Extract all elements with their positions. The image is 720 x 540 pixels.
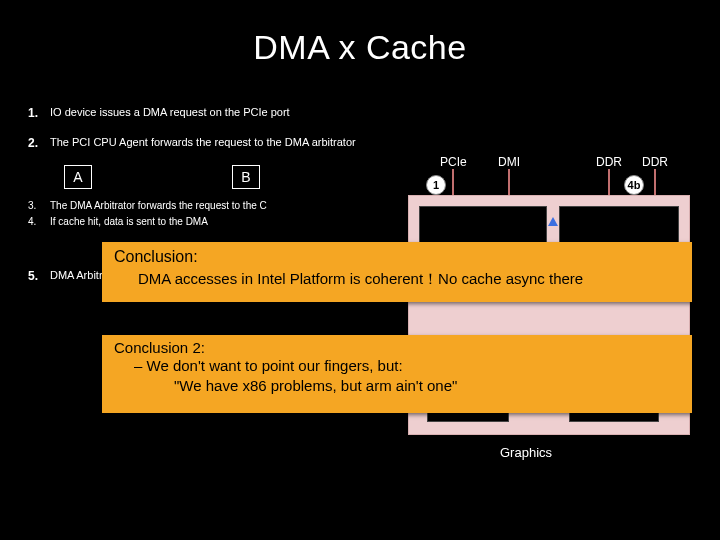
step-4: 4. If cache hit, data is sent to the DMA xyxy=(28,215,408,228)
port-label-dmi: DMI xyxy=(498,155,520,169)
step-number: 5. xyxy=(28,268,50,284)
step-number: 4. xyxy=(28,215,50,228)
port-label-ddr: DDR xyxy=(596,155,622,169)
step-text: The PCI CPU Agent forwards the request t… xyxy=(50,135,408,151)
step-number: 1. xyxy=(28,105,50,121)
port-label-ddr: DDR xyxy=(642,155,668,169)
step-1: 1. IO device issues a DMA request on the… xyxy=(28,105,408,121)
option-row: A B xyxy=(64,165,408,189)
badge-step-1: 1 xyxy=(426,175,446,195)
substeps: 3. The DMA Arbitrator forwards the reque… xyxy=(28,199,408,228)
badge-step-4b: 4b xyxy=(624,175,644,195)
port-label-pcie: PCIe xyxy=(440,155,467,169)
overlay-line: – We don't want to point our fingers, bu… xyxy=(114,356,680,376)
slide-title: DMA x Cache xyxy=(0,0,720,67)
step-number: 2. xyxy=(28,135,50,151)
step-2: 2. The PCI CPU Agent forwards the reques… xyxy=(28,135,408,151)
overlay-heading: Conclusion 2: xyxy=(114,339,680,356)
graphics-label: Graphics xyxy=(500,445,552,460)
step-text: IO device issues a DMA request on the PC… xyxy=(50,105,408,121)
step-text: The DMA Arbitrator forwards the request … xyxy=(50,199,408,212)
option-b-box: B xyxy=(232,165,260,189)
option-a-box: A xyxy=(64,165,92,189)
conclusion-overlay-2: Conclusion 2: – We don't want to point o… xyxy=(102,335,692,413)
step-text: If cache hit, data is sent to the DMA xyxy=(50,215,408,228)
overlay-heading: Conclusion: xyxy=(114,248,680,266)
step-number: 3. xyxy=(28,199,50,212)
conclusion-overlay-1: Conclusion: DMA accesses in Intel Platfo… xyxy=(102,242,692,302)
arrow-up-icon xyxy=(548,217,558,226)
overlay-line: "We have x86 problems, but arm ain't one… xyxy=(114,376,680,396)
architecture-diagram: PCIe DMI DDR DDR 1 4b Graphics xyxy=(408,155,698,475)
overlay-body: DMA accesses in Intel Platform is cohere… xyxy=(114,266,680,289)
step-3: 3. The DMA Arbitrator forwards the reque… xyxy=(28,199,408,212)
